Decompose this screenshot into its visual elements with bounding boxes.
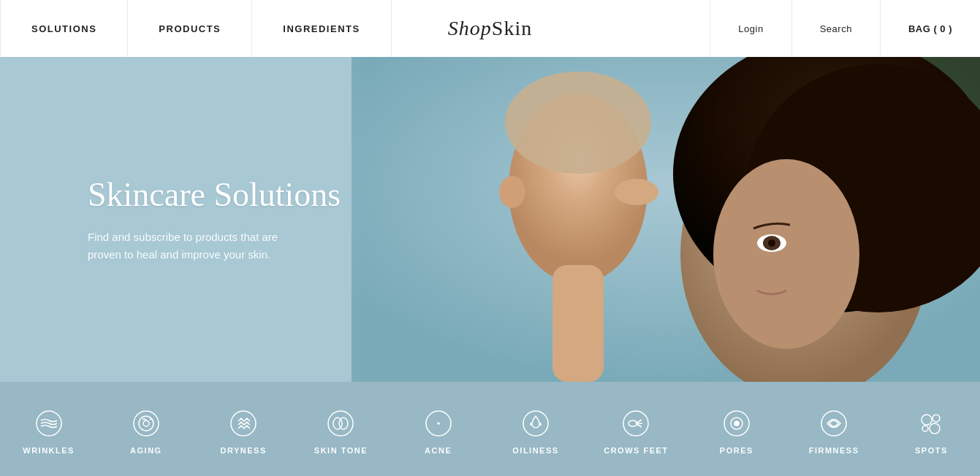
navbar: SOLUTIONS PRODUCTS INGREDIENTS ShopSkin … <box>0 0 980 57</box>
concern-item-skin-tone[interactable]: SKIN TONE <box>311 408 370 455</box>
svg-point-29 <box>734 421 739 426</box>
concerns-section: WRINKLES AGING DRYNESS SKIN TONE ACNE OI… <box>0 382 980 476</box>
acne-icon <box>423 408 454 439</box>
wrinkles-icon <box>34 408 64 439</box>
svg-point-33 <box>932 415 940 422</box>
svg-point-18 <box>143 421 149 426</box>
nav-item-products[interactable]: PRODUCTS <box>128 0 252 57</box>
dryness-icon <box>228 408 259 439</box>
concern-item-oiliness[interactable]: OILINESS <box>506 408 565 455</box>
skin-tone-label: SKIN TONE <box>314 446 368 455</box>
oiliness-label: OILINESS <box>512 446 558 455</box>
nav-item-login[interactable]: Login <box>710 0 791 57</box>
spots-icon <box>916 408 946 439</box>
hero-image <box>352 57 980 382</box>
svg-rect-4 <box>552 265 604 382</box>
crows-feet-icon <box>620 408 651 439</box>
concern-item-crows-feet[interactable]: CROWS FEET <box>604 408 668 455</box>
aging-label: AGING <box>130 446 162 455</box>
pores-label: PORES <box>720 446 753 455</box>
hero-title: Skincare Solutions <box>88 175 341 214</box>
svg-point-34 <box>930 423 940 434</box>
svg-point-7 <box>505 72 651 174</box>
concern-item-firmness[interactable]: FIRMNESS <box>805 408 863 455</box>
concern-item-acne[interactable]: ACNE <box>409 408 468 455</box>
nav-right: Login Search BAG ( 0 ) <box>710 0 980 57</box>
concern-item-spots[interactable]: SPOTS <box>902 408 960 455</box>
acne-label: ACNE <box>425 446 452 455</box>
aging-icon <box>131 408 162 439</box>
nav-item-ingredients[interactable]: INGREDIENTS <box>252 0 391 57</box>
pores-icon <box>721 408 752 439</box>
concern-item-wrinkles[interactable]: WRINKLES <box>20 408 78 455</box>
svg-point-6 <box>499 176 525 208</box>
crows-feet-label: CROWS FEET <box>604 446 668 455</box>
firmness-icon <box>818 408 849 439</box>
oiliness-icon <box>520 408 551 439</box>
nav-item-solutions[interactable]: SOLUTIONS <box>0 0 128 57</box>
dryness-label: DRYNESS <box>221 446 267 455</box>
svg-point-25 <box>523 411 548 436</box>
concern-item-dryness[interactable]: DRYNESS <box>214 408 273 455</box>
concern-item-aging[interactable]: AGING <box>117 408 175 455</box>
wrinkles-label: WRINKLES <box>23 446 75 455</box>
svg-point-22 <box>339 418 348 429</box>
nav-left: SOLUTIONS PRODUCTS INGREDIENTS <box>0 0 392 57</box>
site-logo[interactable]: ShopSkin <box>448 17 532 40</box>
svg-point-11 <box>713 159 859 349</box>
skin-tone-icon <box>325 408 356 439</box>
svg-point-14 <box>768 239 775 247</box>
hero-section: Skincare Solutions Find and subscribe to… <box>0 57 980 382</box>
concern-item-pores[interactable]: PORES <box>707 408 766 455</box>
firmness-label: FIRMNESS <box>809 446 859 455</box>
svg-point-31 <box>821 411 846 436</box>
nav-item-search[interactable]: Search <box>791 0 880 57</box>
nav-item-bag[interactable]: BAG ( 0 ) <box>880 0 980 57</box>
svg-point-17 <box>139 416 153 431</box>
svg-point-16 <box>134 411 159 436</box>
svg-point-20 <box>328 411 353 436</box>
svg-point-35 <box>922 426 928 431</box>
svg-point-24 <box>438 423 439 424</box>
svg-point-5 <box>615 179 658 205</box>
spots-label: SPOTS <box>915 446 948 455</box>
hero-content: Skincare Solutions Find and subscribe to… <box>88 175 341 264</box>
hero-subtitle: Find and subscribe to products that are … <box>88 229 341 264</box>
svg-point-32 <box>922 415 932 425</box>
